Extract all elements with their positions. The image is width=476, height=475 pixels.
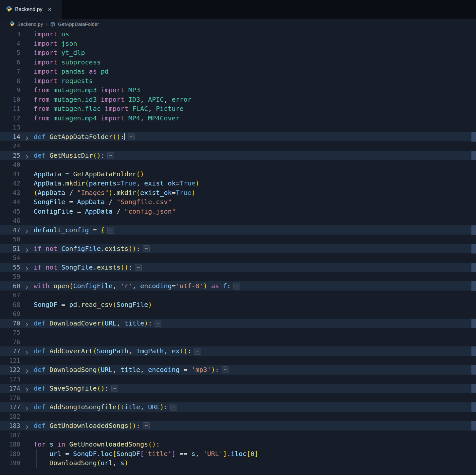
folded-code-ellipsis[interactable]: ⋯ [233, 283, 240, 290]
line-number[interactable]: 11 [0, 104, 20, 114]
folded-code-ellipsis[interactable]: ⋯ [143, 245, 150, 252]
code-line[interactable]: 176 [0, 393, 476, 403]
folded-code-ellipsis[interactable]: ⋯ [135, 264, 142, 271]
line-number[interactable]: 41 [0, 169, 20, 179]
line-number[interactable]: 25 [0, 151, 20, 160]
breadcrumb-file[interactable]: Backend.py [17, 21, 43, 27]
line-number[interactable]: 24 [0, 141, 20, 151]
line-number[interactable]: 59 [0, 272, 20, 281]
overview-ruler[interactable] [471, 29, 476, 475]
line-number[interactable]: 69 [0, 309, 20, 319]
line-number[interactable]: 9 [0, 85, 20, 95]
code-line[interactable]: 75 [0, 328, 476, 337]
fold-chevron-icon[interactable] [20, 281, 34, 291]
fold-chevron-icon[interactable] [20, 319, 34, 328]
line-number[interactable]: 77 [0, 346, 20, 356]
code-line[interactable]: 187 [0, 431, 476, 440]
line-number[interactable]: 177 [0, 402, 20, 412]
line-number[interactable]: 12 [0, 114, 20, 123]
fold-chevron-icon[interactable] [20, 151, 34, 160]
folded-code-ellipsis[interactable]: ⋯ [170, 404, 177, 411]
code-line[interactable]: 41AppData = GetAppDataFolder() [0, 169, 476, 179]
line-number[interactable]: 187 [0, 431, 20, 440]
line-number[interactable]: 121 [0, 356, 20, 365]
code-line[interactable]: 183def GetUndownloadedSongs():⋯ [0, 421, 476, 431]
code-line[interactable]: 14def GetAppDataFolder():⋯ [0, 132, 476, 142]
code-line[interactable]: 9from mutagen.mp3 import MP3 [0, 85, 476, 95]
fold-chevron-icon[interactable] [20, 384, 34, 393]
line-number[interactable]: 7 [0, 67, 20, 76]
code-line[interactable]: 51if not ConfigFile.exists():⋯ [0, 244, 476, 254]
code-line[interactable]: 122def DownloadSong(URL, title, encoding… [0, 365, 476, 375]
fold-chevron-icon[interactable] [20, 346, 34, 356]
code-line[interactable]: 60with open(ConfigFile, 'r', encoding='u… [0, 281, 476, 291]
line-number[interactable]: 3 [0, 29, 20, 39]
line-number[interactable]: 46 [0, 216, 20, 225]
code-line[interactable]: 3import os [0, 29, 476, 39]
folded-code-ellipsis[interactable]: ⋯ [143, 422, 150, 429]
code-line[interactable]: 47default_config = {⋯ [0, 225, 476, 235]
code-line[interactable]: 10from mutagen.id3 import ID3, APIC, err… [0, 95, 476, 104]
code-line[interactable]: 8import requests [0, 76, 476, 86]
line-number[interactable]: 4 [0, 39, 20, 48]
code-editor[interactable]: 3import os4import json5import yt_dlp6imp… [0, 29, 476, 475]
code-line[interactable]: 11from mutagen.flac import FLAC, Picture [0, 104, 476, 114]
line-number[interactable]: 176 [0, 393, 20, 403]
code-line[interactable]: 42AppData.mkdir(parents=True, exist_ok=T… [0, 179, 476, 188]
line-number[interactable]: 75 [0, 328, 20, 337]
code-line[interactable]: 59 [0, 272, 476, 281]
line-number[interactable]: 13 [0, 123, 20, 132]
code-line[interactable]: 50 [0, 235, 476, 244]
line-number[interactable]: 173 [0, 375, 20, 384]
line-number[interactable]: 5 [0, 48, 20, 58]
line-number[interactable]: 8 [0, 76, 20, 86]
line-number[interactable]: 43 [0, 188, 20, 198]
folded-code-ellipsis[interactable]: ⋯ [128, 133, 135, 140]
line-number[interactable]: 183 [0, 421, 20, 431]
fold-chevron-icon[interactable] [20, 402, 34, 412]
line-number[interactable]: 122 [0, 365, 20, 375]
code-line[interactable]: 174def SaveSongfile():⋯ [0, 384, 476, 393]
folded-code-ellipsis[interactable]: ⋯ [194, 348, 201, 355]
code-line[interactable]: 177def AddSongToSongfile(title, URL):⋯ [0, 402, 476, 412]
code-line[interactable]: 68SongDF = pd.read_csv(SongFile) [0, 300, 476, 309]
line-number[interactable]: 68 [0, 300, 20, 309]
folded-code-ellipsis[interactable]: ⋯ [155, 320, 161, 327]
fold-chevron-icon[interactable] [20, 244, 34, 254]
folded-code-ellipsis[interactable]: ⋯ [222, 366, 229, 373]
code-line[interactable]: 45ConfigFile = AppData / "config.json" [0, 207, 476, 216]
code-line[interactable]: 182 [0, 412, 476, 421]
close-tab-icon[interactable]: × [48, 7, 52, 12]
line-number[interactable]: 51 [0, 244, 20, 254]
code-line[interactable]: 76 [0, 337, 476, 347]
line-number[interactable]: 67 [0, 290, 20, 300]
code-line[interactable]: 70def DownloadCover(URL, title):⋯ [0, 319, 476, 328]
breadcrumb-symbol[interactable]: GetAppDataFolder [58, 21, 99, 27]
line-number[interactable]: 182 [0, 412, 20, 421]
line-number[interactable]: 190 [0, 458, 20, 468]
code-line[interactable]: 54 [0, 253, 476, 263]
code-line[interactable]: 25def GetMusicDir():⋯ [0, 151, 476, 160]
line-number[interactable]: 174 [0, 384, 20, 393]
code-line[interactable]: 6import subprocess [0, 58, 476, 67]
line-number[interactable]: 76 [0, 337, 20, 347]
folded-code-ellipsis[interactable]: ⋯ [107, 152, 114, 159]
line-number[interactable]: 189 [0, 449, 20, 459]
code-line[interactable]: 67 [0, 290, 476, 300]
line-number[interactable]: 14 [0, 132, 20, 142]
fold-chevron-icon[interactable] [20, 132, 34, 142]
code-line[interactable]: 190DownloadSong(url, s) [0, 458, 476, 468]
code-line[interactable]: 24 [0, 141, 476, 151]
line-number[interactable]: 188 [0, 440, 20, 449]
code-line[interactable]: 69 [0, 309, 476, 319]
line-number[interactable]: 45 [0, 207, 20, 216]
folded-code-ellipsis[interactable]: ⋯ [107, 227, 114, 234]
line-number[interactable]: 47 [0, 225, 20, 235]
line-number[interactable]: 55 [0, 263, 20, 272]
fold-chevron-icon[interactable] [20, 365, 34, 375]
line-number[interactable]: 50 [0, 235, 20, 244]
folded-code-ellipsis[interactable]: ⋯ [111, 385, 118, 392]
line-number[interactable]: 6 [0, 58, 20, 67]
code-line[interactable]: 44SongFile = AppData / "Songfile.csv" [0, 197, 476, 207]
line-number[interactable]: 42 [0, 179, 20, 188]
